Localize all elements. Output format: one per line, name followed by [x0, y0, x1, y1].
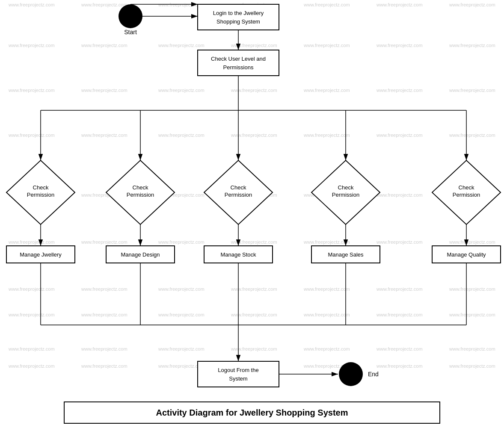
manage-jwellery-text: Manage Jwellery	[20, 251, 62, 258]
watermark: www.freeprojectz.com	[231, 43, 277, 48]
watermark: www.freeprojectz.com	[8, 43, 55, 48]
watermark: www.freeprojectz.com	[376, 346, 423, 351]
watermark: www.freeprojectz.com	[158, 43, 205, 48]
watermark: www.freeprojectz.com	[376, 192, 423, 198]
watermark: www.freeprojectz.com	[376, 286, 423, 292]
watermark: www.freeprojectz.com	[81, 43, 127, 48]
login-text-2: Shopping System	[216, 18, 260, 25]
watermark: www.freeprojectz.com	[449, 363, 495, 369]
watermark: www.freeprojectz.com	[303, 312, 350, 317]
watermark: www.freeprojectz.com	[303, 88, 350, 93]
diamond-1-text-2: Permission	[27, 192, 54, 198]
check-user-level-text-1: Check User Level and	[211, 56, 266, 62]
start-label: Start	[124, 29, 137, 35]
check-user-level-text-2: Permissions	[223, 64, 254, 71]
watermark: www.freeprojectz.com	[81, 239, 127, 245]
watermark: www.freeprojectz.com	[231, 312, 277, 317]
logout-box	[198, 361, 279, 387]
watermark: www.freeprojectz.com	[8, 2, 55, 7]
watermark: www.freeprojectz.com	[8, 239, 55, 245]
watermark: www.freeprojectz.com	[376, 239, 423, 245]
watermark: www.freeprojectz.com	[449, 286, 495, 292]
watermark: www.freeprojectz.com	[158, 286, 205, 292]
title-text: Activity Diagram for Jwellery Shopping S…	[156, 408, 348, 417]
watermark: www.freeprojectz.com	[303, 239, 350, 245]
watermark: www.freeprojectz.com	[158, 88, 205, 93]
diagram-container: www.freeprojectz.com www.freeprojectz.co…	[0, 0, 504, 425]
diamond-4-text-2: Permission	[332, 192, 359, 198]
diamond-5-text-1: Check	[459, 184, 474, 191]
watermark: www.freeprojectz.com	[158, 346, 205, 351]
watermark: www.freeprojectz.com	[81, 346, 127, 351]
watermark: www.freeprojectz.com	[303, 286, 350, 292]
watermark: www.freeprojectz.com	[449, 88, 495, 93]
watermark: www.freeprojectz.com	[376, 312, 423, 317]
watermark: www.freeprojectz.com	[158, 133, 205, 138]
watermark: www.freeprojectz.com	[231, 286, 277, 292]
watermark: www.freeprojectz.com	[303, 43, 350, 48]
diamond-2-text-1: Check	[133, 184, 148, 191]
manage-stock-text: Manage Stock	[220, 251, 256, 258]
start-node	[119, 4, 142, 28]
watermark: www.freeprojectz.com	[303, 133, 350, 138]
watermark: www.freeprojectz.com	[303, 2, 350, 7]
logout-text-1: Logout From the	[218, 367, 258, 373]
diamond-4-text-1: Check	[338, 184, 354, 191]
watermark: www.freeprojectz.com	[376, 363, 423, 369]
watermark: www.freeprojectz.com	[8, 133, 55, 138]
watermark: www.freeprojectz.com	[449, 133, 495, 138]
watermark: www.freeprojectz.com	[231, 239, 277, 245]
watermark: www.freeprojectz.com	[449, 2, 495, 7]
login-box	[198, 4, 279, 30]
watermark: www.freeprojectz.com	[231, 88, 277, 93]
activity-diagram: www.freeprojectz.com www.freeprojectz.co…	[0, 0, 504, 425]
watermark: www.freeprojectz.com	[81, 363, 127, 369]
diamond-3-text-2: Permission	[225, 192, 252, 198]
watermark: www.freeprojectz.com	[449, 346, 495, 351]
logout-text-2: System	[229, 375, 247, 382]
watermark: www.freeprojectz.com	[81, 286, 127, 292]
end-node	[339, 362, 363, 386]
watermark: www.freeprojectz.com	[8, 286, 55, 292]
diamond-1-text-1: Check	[33, 184, 49, 191]
watermark: www.freeprojectz.com	[8, 88, 55, 93]
manage-design-text: Manage Design	[121, 251, 160, 258]
check-user-level-box	[198, 50, 279, 76]
manage-sales-text: Manage Sales	[328, 251, 364, 258]
watermark: www.freeprojectz.com	[8, 346, 55, 351]
watermark: www.freeprojectz.com	[376, 2, 423, 7]
watermark: www.freeprojectz.com	[81, 133, 127, 138]
watermark: www.freeprojectz.com	[449, 43, 495, 48]
watermark: www.freeprojectz.com	[231, 346, 277, 351]
watermark: www.freeprojectz.com	[81, 2, 127, 7]
watermark: www.freeprojectz.com	[449, 312, 495, 317]
watermark: www.freeprojectz.com	[376, 43, 423, 48]
end-label: End	[368, 371, 379, 378]
watermark: www.freeprojectz.com	[8, 312, 55, 317]
watermark: www.freeprojectz.com	[158, 312, 205, 317]
diamond-2-text-2: Permission	[127, 192, 154, 198]
watermark: www.freeprojectz.com	[158, 239, 205, 245]
watermark: www.freeprojectz.com	[8, 363, 55, 369]
watermark: www.freeprojectz.com	[231, 133, 277, 138]
watermark: www.freeprojectz.com	[376, 133, 423, 138]
diamond-3-text-1: Check	[231, 184, 246, 191]
watermark: www.freeprojectz.com	[303, 346, 350, 351]
diamond-5-text-2: Permission	[453, 192, 480, 198]
watermark: www.freeprojectz.com	[81, 312, 127, 317]
watermark: www.freeprojectz.com	[81, 88, 127, 93]
login-text-1: Login to the Jwellery	[213, 10, 264, 16]
watermark: www.freeprojectz.com	[449, 239, 495, 245]
manage-quality-text: Manage Quality	[447, 251, 486, 258]
watermark: www.freeprojectz.com	[376, 88, 423, 93]
